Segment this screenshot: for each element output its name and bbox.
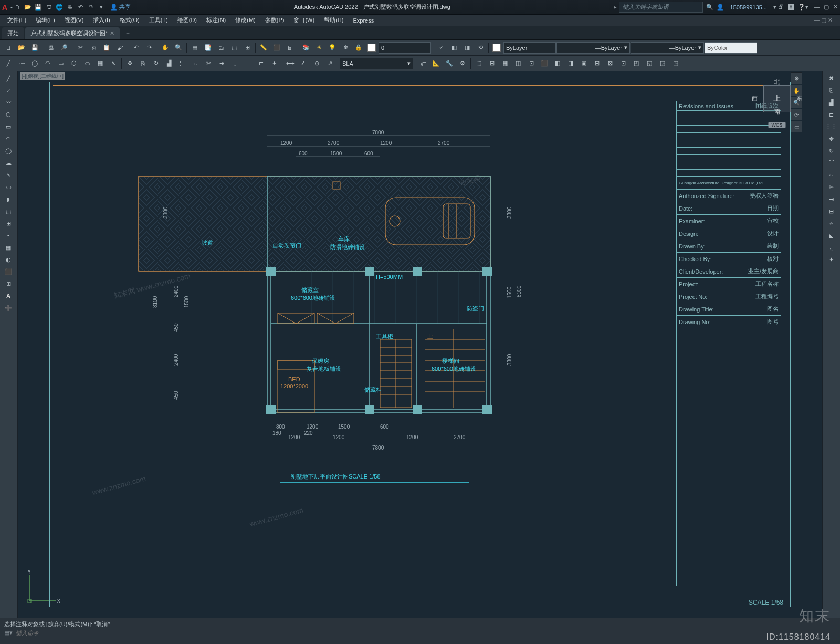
t11-icon[interactable]: ⊠ [604, 57, 616, 70]
t7-icon[interactable]: ◧ [551, 57, 564, 70]
save-icon[interactable]: 💾 [28, 41, 41, 54]
move-icon[interactable]: ✥ [123, 57, 136, 70]
line-icon[interactable]: ╱ [2, 57, 15, 70]
help-icon[interactable]: ❔▾ [798, 4, 808, 11]
maximize-button[interactable]: ▢ [824, 4, 829, 11]
qat-new-icon[interactable]: 🗋 [13, 3, 22, 12]
arc-tool-icon[interactable]: ◠ [1, 133, 16, 144]
t2-icon[interactable]: ⊞ [486, 57, 498, 70]
hatch-icon[interactable]: ▦ [94, 57, 107, 70]
mirror2-icon[interactable]: ▟ [824, 97, 838, 108]
layer-prop-icon[interactable]: 📑 [202, 41, 214, 54]
table-tool-icon[interactable]: ⊞ [1, 278, 16, 289]
point-tool-icon[interactable]: • [1, 230, 16, 241]
tab-file[interactable]: 户式别墅数码多联空调设计图* ✕ [25, 27, 120, 39]
pline-tool-icon[interactable]: 〰 [1, 97, 16, 108]
offset2-icon[interactable]: ⊏ [824, 109, 838, 120]
rect-tool-icon[interactable]: ▭ [1, 121, 16, 132]
bylayer-sw[interactable] [490, 41, 503, 54]
layer-mgr-icon[interactable]: 📚 [300, 41, 312, 54]
menu-modify[interactable]: 修改(M) [231, 15, 260, 25]
grad-tool-icon[interactable]: ◐ [1, 254, 16, 265]
array2-icon[interactable]: ⋮⋮ [824, 121, 838, 132]
t13-icon[interactable]: ◰ [630, 57, 643, 70]
trim-icon[interactable]: ✂ [202, 57, 215, 70]
apps-icon[interactable]: ▾ 🗗 [773, 4, 784, 11]
copy2-icon[interactable]: ⎘ [136, 57, 149, 70]
stretch-icon[interactable]: ↔ [189, 57, 202, 70]
new-tab-button[interactable]: ＋ [121, 27, 135, 39]
region-tool-icon[interactable]: ⬛ [1, 266, 16, 277]
sun-icon[interactable]: ☀ [313, 41, 326, 54]
menu-help[interactable]: 帮助(H) [320, 15, 348, 25]
fillet2-icon[interactable]: ◟ [824, 242, 838, 253]
t5-icon[interactable]: ⊡ [525, 57, 538, 70]
chamfer-icon[interactable]: ◣ [824, 230, 838, 241]
t3-icon[interactable]: ▦ [499, 57, 511, 70]
t14-icon[interactable]: ◱ [643, 57, 656, 70]
move2-icon[interactable]: ✥ [824, 133, 838, 144]
t16-icon[interactable]: ◳ [669, 57, 682, 70]
t9-icon[interactable]: ▣ [578, 57, 590, 70]
t8-icon[interactable]: ◨ [564, 57, 577, 70]
group-icon[interactable]: ⊞ [241, 41, 254, 54]
circle-icon[interactable]: ◯ [28, 57, 41, 70]
explode2-icon[interactable]: ✦ [824, 254, 838, 265]
undo-icon[interactable]: ↶ [130, 41, 142, 54]
scale2-icon[interactable]: ⛶ [824, 157, 838, 169]
dim-ang-icon[interactable]: ∠ [297, 57, 310, 70]
pan-icon[interactable]: ✋ [159, 41, 172, 54]
rotate2-icon[interactable]: ↻ [824, 145, 838, 157]
leader-icon[interactable]: ↗ [323, 57, 336, 70]
earc-tool-icon[interactable]: ◗ [1, 193, 16, 205]
arc-icon[interactable]: ◠ [41, 57, 54, 70]
view-cube[interactable]: 北 东 南 西 上 WCS [756, 78, 798, 120]
doc-minimize[interactable]: — ▢ ✕ [810, 16, 837, 25]
qat-save-icon[interactable]: 💾 [34, 3, 43, 12]
ellipse-icon[interactable]: ⬭ [81, 57, 93, 70]
search-icon[interactable]: 🔍 [706, 4, 713, 11]
ellipse-tool-icon[interactable]: ⬭ [1, 181, 16, 193]
offset-icon[interactable]: ⊏ [255, 57, 267, 70]
qat-redo-icon[interactable]: ↷ [86, 3, 96, 12]
plotcolor-dd[interactable]: ByColor [705, 42, 757, 54]
ann-4-icon[interactable]: ⚙ [456, 57, 469, 70]
cmd-icon[interactable]: ▤▾ [4, 629, 13, 636]
layer-prev-icon[interactable]: ⟲ [474, 41, 487, 54]
menu-edit[interactable]: 编辑(E) [32, 15, 59, 25]
t4-icon[interactable]: ◫ [512, 57, 524, 70]
mirror-icon[interactable]: ▟ [163, 57, 175, 70]
make-current-icon[interactable]: ✓ [435, 41, 447, 54]
match-icon[interactable]: 🖌 [113, 41, 126, 54]
viewport-label[interactable]: [-][俯视][二维线框] [20, 72, 65, 80]
rect-icon[interactable]: ▭ [55, 57, 67, 70]
extend2-icon[interactable]: ⇥ [824, 193, 838, 205]
color-sw[interactable] [365, 41, 378, 54]
layer-state-icon[interactable]: 🗂 [215, 41, 227, 54]
lock-icon[interactable]: 🔒 [352, 41, 365, 54]
menu-express[interactable]: Express [349, 16, 378, 25]
qat-undo-icon[interactable]: ↶ [76, 3, 85, 12]
ann-2-icon[interactable]: 📐 [430, 57, 443, 70]
redo-icon[interactable]: ↷ [143, 41, 155, 54]
qat-plot-icon[interactable]: 🖶 [65, 3, 75, 12]
qat-web-icon[interactable]: 🌐 [55, 3, 64, 12]
circle-tool-icon[interactable]: ◯ [1, 145, 16, 157]
open-icon[interactable]: 📂 [15, 41, 28, 54]
light-icon[interactable]: 💡 [326, 41, 339, 54]
t10-icon[interactable]: ⊟ [591, 57, 603, 70]
copy3-icon[interactable]: ⎘ [824, 85, 838, 96]
scale-icon[interactable]: ⛶ [176, 57, 188, 70]
command-line[interactable]: 选择注释对象或 [放弃(U)/模式(M)]: *取消* ▤▾ [0, 618, 840, 644]
user-name[interactable]: 1505999135... [730, 4, 767, 11]
minimize-button[interactable]: — [814, 4, 820, 11]
spline-icon[interactable]: ∿ [107, 57, 120, 70]
dim-lin-icon[interactable]: ⟷ [284, 57, 297, 70]
hatch-tool-icon[interactable]: ▦ [1, 242, 16, 253]
explode-icon[interactable]: ✦ [268, 57, 280, 70]
zoom-icon[interactable]: 🔍 [172, 41, 185, 54]
insert-tool-icon[interactable]: ⬚ [1, 205, 16, 217]
dim-rad-icon[interactable]: ⊙ [310, 57, 323, 70]
menu-view[interactable]: 视图(V) [60, 15, 88, 25]
menu-insert[interactable]: 插入(I) [89, 15, 114, 25]
